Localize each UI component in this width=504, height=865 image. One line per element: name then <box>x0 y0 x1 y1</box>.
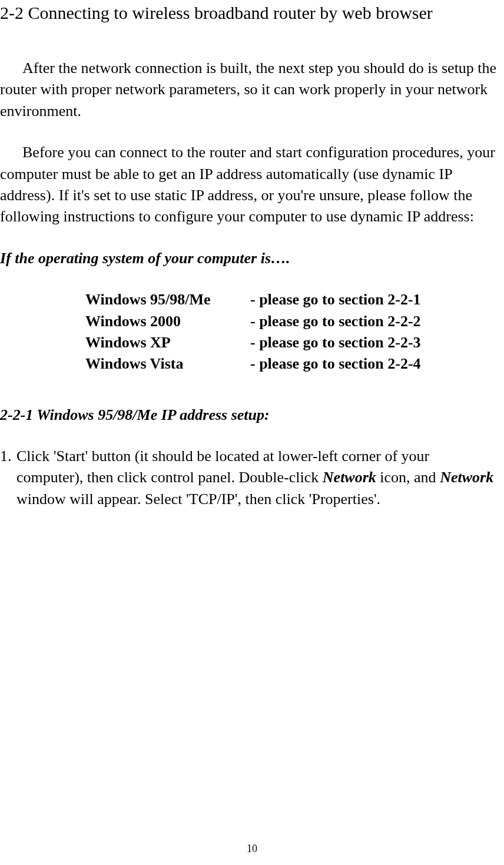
os-row: Windows Vista - please go to section 2-2… <box>85 353 500 374</box>
os-name: Windows Vista <box>85 353 250 374</box>
os-row: Windows 95/98/Me - please go to section … <box>85 289 500 310</box>
text-fragment: icon, and <box>376 469 440 486</box>
emphasis-network-2: Network <box>440 469 493 486</box>
step-1: 1. Click 'Start' button (it should be lo… <box>0 446 500 510</box>
emphasis-network-1: Network <box>323 469 376 486</box>
intro-paragraph-2: Before you can connect to the router and… <box>0 142 500 228</box>
page-number: 10 <box>0 841 504 856</box>
os-section-ref: - please go to section 2-2-1 <box>250 289 500 310</box>
subsection-title: 2-2-1 Windows 95/98/Me IP address setup: <box>0 405 500 426</box>
os-row: Windows XP - please go to section 2-2-3 <box>85 332 500 353</box>
step-number: 1. <box>0 446 16 510</box>
os-section-ref: - please go to section 2-2-2 <box>250 311 500 332</box>
step-content: Click 'Start' button (it should be locat… <box>16 446 500 510</box>
os-section-ref: - please go to section 2-2-4 <box>250 353 500 374</box>
text-fragment: window will appear. Select 'TCP/IP', the… <box>16 491 380 508</box>
os-intro-line: If the operating system of your computer… <box>0 248 500 269</box>
os-section-ref: - please go to section 2-2-3 <box>250 332 500 353</box>
os-name: Windows 2000 <box>85 311 250 332</box>
intro-paragraph-1: After the network connection is built, t… <box>0 58 500 122</box>
os-name: Windows 95/98/Me <box>85 289 250 310</box>
section-title: 2-2 Connecting to wireless broadband rou… <box>0 1 500 25</box>
os-row: Windows 2000 - please go to section 2-2-… <box>85 311 500 332</box>
os-name: Windows XP <box>85 332 250 353</box>
os-section-table: Windows 95/98/Me - please go to section … <box>85 289 500 375</box>
